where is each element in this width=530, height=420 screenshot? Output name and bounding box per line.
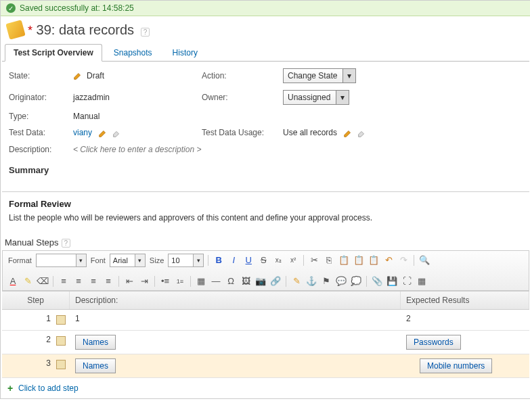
anchor-icon[interactable]: ⚓ xyxy=(305,275,317,287)
chevron-down-icon: ▾ xyxy=(135,254,145,266)
col-expected: Expected Results xyxy=(401,291,529,309)
page-header: * 39: data records ? xyxy=(1,16,530,43)
align-right-icon[interactable]: ≡ xyxy=(87,275,100,287)
step-row[interactable]: 1 1 2 xyxy=(2,310,529,331)
align-center-icon[interactable]: ≡ xyxy=(72,275,85,287)
bold-icon[interactable]: B xyxy=(213,254,225,266)
step-type-icon xyxy=(56,360,66,369)
review-text: List the people who will be reviewers an… xyxy=(9,213,523,223)
link-icon[interactable]: 🔗 xyxy=(269,275,282,287)
outdent-icon[interactable]: ⇤ xyxy=(123,275,135,287)
check-icon: ✓ xyxy=(6,3,16,13)
maximize-icon[interactable]: ⛶ xyxy=(401,275,413,287)
step-row[interactable]: 2 Names Passwords xyxy=(2,331,529,354)
step-number: 2 xyxy=(2,331,70,354)
hr-icon[interactable]: — xyxy=(210,275,222,287)
page-title: * 39: data records ? xyxy=(28,22,150,38)
superscript-icon[interactable]: x² xyxy=(287,254,299,266)
paste-icon[interactable]: 📋 xyxy=(338,254,350,266)
pencil-icon[interactable] xyxy=(73,71,83,80)
strike-icon[interactable]: S xyxy=(257,254,269,266)
italic-icon[interactable]: I xyxy=(227,254,240,266)
help-icon[interactable]: ? xyxy=(62,239,71,248)
tab-snapshots[interactable]: Snapshots xyxy=(105,44,161,62)
balloon-icon[interactable]: 💭 xyxy=(350,275,362,287)
notification-text: Saved successfully at: 14:58:25 xyxy=(20,3,134,13)
column-chip[interactable]: Names xyxy=(75,335,116,350)
step-desc[interactable]: 1 xyxy=(70,310,401,330)
number-list-icon[interactable]: 1≡ xyxy=(174,275,186,287)
add-step-button[interactable]: + Click to add step xyxy=(2,379,529,397)
action-label: Action: xyxy=(202,71,283,80)
plus-icon: + xyxy=(7,384,16,392)
step-desc[interactable]: Names xyxy=(70,354,401,377)
format-label: Format xyxy=(8,256,32,264)
step-type-icon xyxy=(56,336,66,346)
state-value: Draft xyxy=(73,71,202,81)
subscript-icon[interactable]: x₂ xyxy=(272,254,284,266)
highlight-icon[interactable]: ✎ xyxy=(290,275,303,287)
column-chip[interactable]: Mobile numbers xyxy=(420,358,492,373)
symbol-icon[interactable]: Ω xyxy=(225,275,237,287)
script-icon xyxy=(5,20,25,39)
testdata-link[interactable]: viany xyxy=(73,128,92,137)
step-desc[interactable]: Names xyxy=(70,331,401,354)
comment-icon[interactable]: 💬 xyxy=(335,275,347,287)
usage-label: Test Data Usage: xyxy=(202,128,283,137)
tab-overview[interactable]: Test Script Overview xyxy=(5,44,102,62)
tab-history[interactable]: History xyxy=(164,44,206,62)
font-label: Font xyxy=(91,256,106,264)
bullet-list-icon[interactable]: •≡ xyxy=(159,275,171,287)
cut-icon[interactable]: ✂ xyxy=(308,254,320,266)
step-expected[interactable]: 2 xyxy=(401,310,529,330)
undo-icon[interactable]: ↶ xyxy=(382,254,395,266)
eraser-icon[interactable] xyxy=(357,129,366,138)
action-select[interactable]: Change State ▾ xyxy=(283,68,356,83)
chevron-down-icon: ▾ xyxy=(343,69,355,83)
font-select[interactable]: Arial▾ xyxy=(110,254,146,267)
summary-title: Summary xyxy=(9,165,523,175)
paste-word-icon[interactable]: 📋 xyxy=(368,254,380,266)
pencil-icon[interactable] xyxy=(98,129,108,138)
dirty-star-icon: * xyxy=(28,24,32,37)
attach-icon[interactable]: 📎 xyxy=(371,275,383,287)
column-chip[interactable]: Names xyxy=(75,358,116,373)
save-notification: ✓ Saved successfully at: 14:58:25 xyxy=(1,1,530,16)
eraser-icon[interactable] xyxy=(112,129,121,138)
chevron-down-icon: ▾ xyxy=(336,91,349,104)
col-desc: Description: xyxy=(70,291,401,309)
clearformat-icon[interactable]: ⌫ xyxy=(37,275,49,287)
copy-icon[interactable]: ⎘ xyxy=(323,254,335,266)
step-row[interactable]: 3 Names Mobile numbers xyxy=(2,354,529,378)
owner-label: Owner: xyxy=(202,93,283,102)
save-icon[interactable]: 💾 xyxy=(386,275,398,287)
pencil-icon[interactable] xyxy=(343,129,353,138)
step-expected[interactable]: Mobile numbers xyxy=(401,354,529,377)
align-justify-icon[interactable]: ≡ xyxy=(102,275,114,287)
camera-icon[interactable]: 📷 xyxy=(255,275,267,287)
format-select[interactable]: ▾ xyxy=(36,254,87,267)
underline-icon[interactable]: U xyxy=(242,254,255,266)
originator-label: Originator: xyxy=(9,93,73,102)
find-icon[interactable]: 🔍 xyxy=(418,254,430,266)
flag-icon[interactable]: ⚑ xyxy=(320,275,332,287)
step-expected[interactable]: Passwords xyxy=(401,331,529,354)
textcolor-icon[interactable]: A xyxy=(7,275,19,287)
size-select[interactable]: 10▾ xyxy=(168,254,204,267)
step-number: 3 xyxy=(2,354,70,377)
redo-icon[interactable]: ↷ xyxy=(397,254,410,266)
steps-header: Step Description: Expected Results xyxy=(2,291,529,310)
column-chip[interactable]: Passwords xyxy=(406,335,461,350)
type-value: Manual xyxy=(73,112,202,121)
grid-icon[interactable]: ▦ xyxy=(416,275,428,287)
desc-placeholder[interactable]: < Click here to enter a description > xyxy=(73,145,523,154)
bgcolor-icon[interactable]: ✎ xyxy=(22,275,34,287)
owner-select[interactable]: Unassigned ▾ xyxy=(283,90,349,105)
help-icon[interactable]: ? xyxy=(141,28,150,37)
paste-text-icon[interactable]: 📋 xyxy=(353,254,365,266)
indent-icon[interactable]: ⇥ xyxy=(138,275,150,287)
image-icon[interactable]: 🖼 xyxy=(240,275,252,287)
align-left-icon[interactable]: ≡ xyxy=(58,275,70,287)
table-icon[interactable]: ▦ xyxy=(195,275,207,287)
state-label: State: xyxy=(9,71,73,80)
